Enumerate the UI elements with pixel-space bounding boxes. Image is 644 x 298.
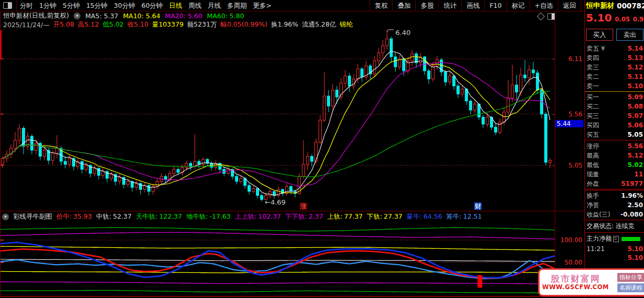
bid-ask-divider <box>585 91 644 92</box>
buy-level-3[interactable]: 买三5.07 <box>585 111 644 121</box>
zhonggui-value: 中轨:52.37 <box>96 212 132 221</box>
tab-60min[interactable]: 60分钟 <box>138 0 166 11</box>
indicator-name: 彩线寻牛副图 <box>13 212 52 221</box>
buy-level-5[interactable]: 买五5.05 <box>585 130 644 139</box>
tab-5min[interactable]: 5分钟 <box>60 0 83 11</box>
indicator-header: ▾ 彩线寻牛副图 价牛:35.93 中轨:52.37 天牛轨:122.37 地牛… <box>0 211 556 222</box>
sell-level-3[interactable]: 卖三5.12 <box>585 63 644 72</box>
f10-button[interactable]: F10 <box>484 0 506 11</box>
svg-text:6.40: 6.40 <box>395 29 411 37</box>
indicator-line-chart[interactable] <box>1 222 555 296</box>
float-shares-value: 流通5.28亿 <box>302 20 336 29</box>
change-amount: 0.05 <box>615 16 629 23</box>
price-axis-label: 5.44 <box>555 120 583 127</box>
sell-level-5[interactable]: 卖五 ¥5.14 <box>585 44 644 53</box>
high-value: 高5.12 <box>78 20 99 29</box>
ohlc-info-row: 2025/11/24/— 开5.08 高5.12 低5.02 收5.10 量10… <box>0 20 557 29</box>
buy-level-4[interactable]: 买四5.06 <box>585 121 644 130</box>
draw-line-button[interactable]: 画线 <box>461 0 484 11</box>
watermark-url: WWW.GSCFW.COM <box>542 284 609 291</box>
adjust-button[interactable]: 复权 <box>369 0 392 11</box>
diamond-marker-icon[interactable] <box>537 13 545 21</box>
sell-level-1[interactable]: 卖一5.10 <box>585 81 644 91</box>
last-row-price: 5.10 <box>585 254 644 262</box>
tab-15min[interactable]: 15分钟 <box>83 0 111 11</box>
indicator-axis-label: 100.00 <box>560 236 582 244</box>
order-book: 卖五 ¥5.14 卖四5.13 卖三5.12 卖二5.11 卖一5.10 买一5… <box>585 44 644 141</box>
detail-doc-icon[interactable] <box>613 236 619 242</box>
watermark-box: 股市财富网 WWW.GSCFW.COM 指标分享 名师课程 <box>538 268 644 296</box>
shanggui-value: 上轨:77.37 <box>327 212 363 221</box>
price-axis-label: 5.05 <box>568 162 582 169</box>
xiaxiagui-value: 下下轨:2.37 <box>285 212 323 221</box>
xiagui-value: 下轨:27.37 <box>367 212 403 221</box>
cai-marker: 财 <box>474 202 482 210</box>
tab-daily[interactable]: 日线 <box>166 0 185 11</box>
stats-button[interactable]: 统计 <box>438 0 461 11</box>
add-watchlist-button[interactable]: +自选 <box>530 0 558 11</box>
tab-fenshi[interactable]: 分时 <box>17 0 36 11</box>
close-value: 收5.10 <box>127 20 148 29</box>
limit-up-row: 涨停5.56 <box>585 141 644 151</box>
time-price-row: 11:21 5.10 <box>585 244 644 254</box>
buy-level-2[interactable]: 买二5.08 <box>585 102 644 111</box>
indicator-collapse-icon[interactable]: ▾ <box>2 213 9 220</box>
shangshanggui-value: 上上轨:102.37 <box>235 212 281 221</box>
ma20-value: MA20: 5.60 <box>165 12 202 20</box>
outer-volume-row: 外盘51977 <box>585 179 644 188</box>
main-force-green-bar <box>622 237 640 241</box>
quote-panel: 恒申新材 000782 5.10 0.05 0.99% 买入 卖出 卖五 ¥5.… <box>584 0 644 298</box>
high-row: 最高5.12 <box>585 151 644 160</box>
divider <box>585 220 644 220</box>
divider <box>585 232 644 233</box>
overlay-button[interactable]: 叠加 <box>392 0 415 11</box>
mark-button[interactable]: 标记 <box>507 0 530 11</box>
chart-title-row: 恒申新材(日线,前复权) ▾ MA5: 5.37 MA10: 5.64 MA20… <box>0 11 557 20</box>
low-value: 低5.02 <box>102 20 123 29</box>
turnover-value: 换1.96% <box>271 20 298 29</box>
sub-chart-area[interactable] <box>1 222 555 296</box>
main-candlestick-chart[interactable]: 6.40←4.69 <box>1 29 555 211</box>
change-value: 幅0.05(0.99%) <box>220 20 267 29</box>
tab-30min[interactable]: 30分钟 <box>111 0 138 11</box>
industry-label: 锦纶 <box>340 20 353 29</box>
window-layout-icon[interactable] <box>3 2 12 9</box>
buy-button[interactable]: 买入 <box>586 29 613 41</box>
tab-more[interactable]: 更多> <box>250 0 274 11</box>
zhang-marker: 涨 <box>300 202 307 210</box>
net-asset-row: 净资2.50 <box>585 200 644 210</box>
collapse-chevron-icon[interactable]: ▾ <box>74 13 80 19</box>
watermark-tag-indicator: 指标分享 <box>617 273 644 282</box>
multi-stock-button[interactable]: 多股 <box>415 0 438 11</box>
watermark-title: 股市财富网 <box>542 274 609 284</box>
sell-button[interactable]: 卖出 <box>616 29 643 41</box>
tab-monthly[interactable]: 月线 <box>205 0 224 11</box>
divider <box>585 190 644 190</box>
trade-status: 交易状态: 连续竞 <box>585 221 644 232</box>
indicator-axis-label: 50.00 <box>565 259 582 266</box>
buy-level-1[interactable]: 买一5.09 <box>585 92 644 102</box>
tab-1min[interactable]: 1分钟 <box>36 0 60 11</box>
back-button[interactable]: 返回 <box>558 0 581 11</box>
sell-level-2[interactable]: 卖二5.11 <box>585 72 644 81</box>
split-pane-icon[interactable] <box>547 13 555 20</box>
price-axis-label: 5.56 <box>568 111 582 118</box>
turnover-row: 换手1.96% <box>585 191 644 200</box>
liangniu-value: 量牛:64.56 <box>407 212 442 221</box>
main-chart-area[interactable]: 6.40←4.69 <box>1 29 555 211</box>
stock-header: 恒申新材 000782 <box>586 1 644 10</box>
trading-terminal-window: 分时 1分钟 5分钟 15分钟 30分钟 60分钟 日线 周线 月线 多周期 更… <box>0 0 644 298</box>
ma5-value: MA5: 5.37 <box>85 12 118 20</box>
ma60-value: MA60: 5.80 <box>207 12 244 20</box>
last-price: 5.10 <box>586 11 612 24</box>
stock-code: 000782 <box>617 2 644 10</box>
eps-row: 收益(三)-0.080 <box>585 210 644 219</box>
date-label: 2025/11/24/— <box>3 21 50 29</box>
main-force-row: 主力净额 <box>585 233 644 244</box>
sell-level-4[interactable]: 卖四5.13 <box>585 53 644 63</box>
amount-value: 额5231万 <box>187 20 217 29</box>
main-force-label: 主力净额 <box>587 234 612 243</box>
tab-multi-period[interactable]: 多周期 <box>224 0 250 11</box>
toolbar-right: 复权 叠加 多股 统计 画线 F10 标记 +自选 返回 <box>369 0 581 11</box>
tab-weekly[interactable]: 周线 <box>185 0 205 11</box>
